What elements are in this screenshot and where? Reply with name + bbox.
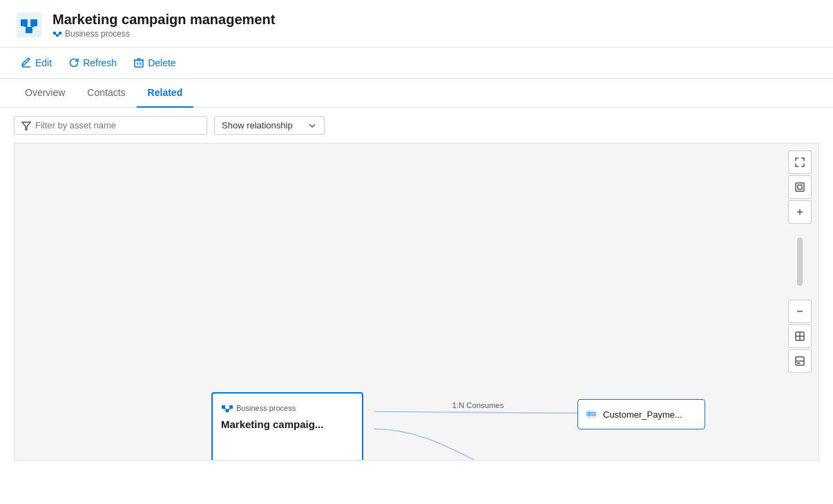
fit-all-icon bbox=[794, 182, 805, 193]
toolbar: Edit Refresh Delete bbox=[0, 48, 833, 79]
refresh-button[interactable]: Refresh bbox=[61, 53, 124, 72]
svg-rect-7 bbox=[59, 32, 61, 35]
svg-rect-1 bbox=[21, 19, 28, 26]
app-icon bbox=[14, 10, 44, 40]
zoom-in-icon bbox=[794, 206, 805, 217]
scrollbar-thumb bbox=[797, 238, 803, 286]
zoom-in-button[interactable] bbox=[788, 200, 812, 224]
svg-rect-20 bbox=[222, 405, 225, 409]
svg-rect-3 bbox=[26, 28, 32, 33]
db-icon-1 bbox=[585, 408, 597, 420]
chevron-down-icon bbox=[307, 121, 317, 130]
customer-node-1[interactable]: Customer_Payme... bbox=[577, 399, 705, 429]
edit-icon bbox=[21, 57, 32, 68]
business-process-icon bbox=[52, 29, 62, 39]
svg-rect-2 bbox=[30, 19, 37, 26]
zoom-out-icon bbox=[794, 306, 805, 317]
svg-line-23 bbox=[224, 409, 228, 409]
node-type: Business process bbox=[221, 402, 354, 414]
svg-rect-0 bbox=[17, 12, 41, 37]
svg-rect-21 bbox=[229, 405, 233, 409]
panel-icon bbox=[794, 356, 805, 367]
svg-marker-17 bbox=[22, 122, 30, 130]
main-node[interactable]: Business process Marketing campaig... bbox=[211, 392, 363, 461]
zoom-out-button[interactable] bbox=[788, 300, 812, 323]
expand-button[interactable] bbox=[788, 151, 812, 174]
svg-text:1:N Consumes: 1:N Consumes bbox=[452, 401, 504, 409]
relationship-dropdown[interactable]: Show relationship bbox=[214, 116, 325, 135]
customer-node-1-label: Customer_Payme... bbox=[603, 409, 682, 420]
delete-icon bbox=[133, 57, 144, 68]
filter-input-container[interactable] bbox=[14, 116, 207, 135]
diagram-area: 1:N Consumes 1:N Consumes Business proce… bbox=[14, 143, 819, 461]
svg-rect-34 bbox=[798, 185, 802, 189]
diagram-controls bbox=[788, 151, 812, 373]
svg-rect-6 bbox=[53, 32, 56, 35]
node-bp-icon bbox=[221, 402, 233, 414]
filter-bar: Show relationship bbox=[0, 108, 833, 143]
svg-rect-12 bbox=[135, 60, 143, 67]
page-title: Marketing campaign management bbox=[52, 12, 275, 28]
tab-contacts[interactable]: Contacts bbox=[76, 79, 136, 108]
delete-button[interactable]: Delete bbox=[126, 53, 182, 72]
node-main-name: Marketing campaig... bbox=[221, 418, 354, 430]
svg-line-24 bbox=[227, 409, 231, 409]
tab-bar: Overview Contacts Related bbox=[0, 79, 833, 108]
refresh-icon bbox=[68, 57, 79, 68]
filter-input[interactable] bbox=[35, 120, 200, 130]
panel-button[interactable] bbox=[788, 349, 812, 373]
svg-rect-33 bbox=[796, 183, 804, 191]
svg-rect-43 bbox=[797, 362, 800, 364]
svg-rect-22 bbox=[226, 409, 229, 412]
filter-icon bbox=[21, 121, 31, 130]
page-subtitle: Business process bbox=[52, 29, 275, 39]
fit-selected-icon bbox=[794, 331, 805, 342]
expand-icon bbox=[794, 157, 805, 168]
tab-overview[interactable]: Overview bbox=[14, 79, 76, 108]
fit-selected-button[interactable] bbox=[788, 324, 812, 348]
svg-rect-25 bbox=[586, 411, 596, 418]
tab-related[interactable]: Related bbox=[137, 79, 194, 108]
edit-button[interactable]: Edit bbox=[14, 53, 59, 72]
fit-all-button[interactable] bbox=[788, 175, 812, 199]
